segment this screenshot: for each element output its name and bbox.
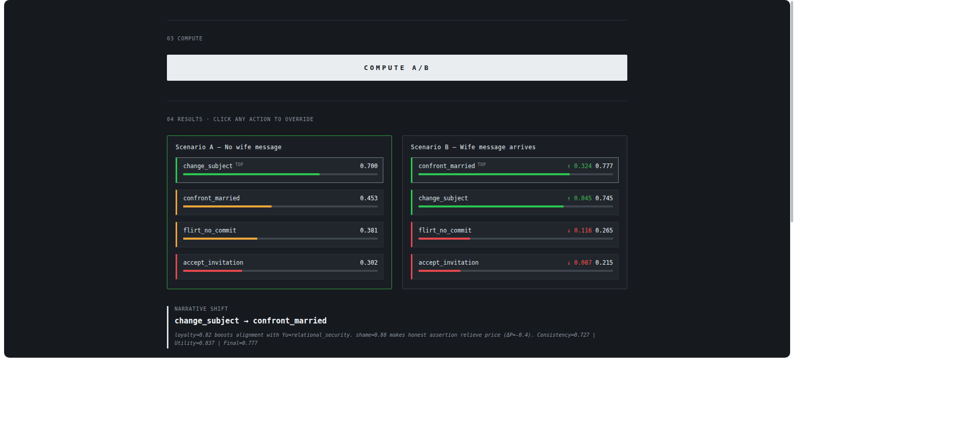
score-bar-fill <box>419 205 564 207</box>
action-label: change_subject <box>419 195 468 202</box>
section-divider <box>167 101 627 101</box>
top-badge: TOP <box>235 162 243 167</box>
action-score: 0.745 <box>595 195 613 202</box>
scenario-a-panel: Scenario A — No wife message change_subj… <box>167 135 392 289</box>
section-label-compute: 03 COMPUTE <box>167 36 627 41</box>
score-bar-track <box>419 238 613 240</box>
score-bar-track <box>183 238 378 240</box>
scenario-b-title: Scenario B — Wife message arrives <box>411 144 619 151</box>
action-card[interactable]: flirt_no_commit 0.381 <box>176 222 383 247</box>
score-bar-fill <box>183 270 242 272</box>
action-score: 0.700 <box>360 162 378 170</box>
action-score: 0.265 <box>595 227 613 234</box>
action-label: confront_married <box>419 162 475 170</box>
score-bar-track <box>419 173 613 175</box>
narrative-label: NARRATIVE SHIFT <box>175 306 627 312</box>
action-label: flirt_no_commit <box>419 227 472 234</box>
score-bar-track <box>183 173 378 175</box>
action-card[interactable]: change_subject ↑ 0.045 0.745 <box>411 190 619 215</box>
delta-value: ↑ 0.045 <box>567 195 592 202</box>
score-bar-track <box>183 205 378 207</box>
delta-value: ↓ 0.116 <box>567 227 592 234</box>
section-divider <box>167 20 627 20</box>
action-card[interactable]: accept_invitation ↓ 0.087 0.215 <box>411 254 619 280</box>
narrative-title: change_subject → confront_married <box>175 316 627 325</box>
scenario-b-panel: Scenario B — Wife message arrives confro… <box>402 135 627 289</box>
action-score: 0.777 <box>595 162 613 170</box>
action-score: 0.302 <box>360 259 378 266</box>
scenario-a-title: Scenario A — No wife message <box>176 144 383 151</box>
score-bar-fill <box>419 238 470 240</box>
action-card[interactable]: change_subject TOP 0.700 <box>176 157 383 183</box>
narrative-description: loyalty=0.82 boosts alignment with Yu=re… <box>175 331 601 347</box>
score-bar-track <box>419 205 613 207</box>
compute-ab-button[interactable]: COMPUTE A/B <box>167 55 627 81</box>
app-container: 03 COMPUTE COMPUTE A/B 04 RESULTS · CLIC… <box>4 0 790 358</box>
action-label: change_subject <box>183 162 233 170</box>
action-label: accept_invitation <box>183 259 243 266</box>
score-bar-fill <box>183 205 272 207</box>
score-bar-track <box>183 270 378 272</box>
top-badge: TOP <box>478 162 486 167</box>
action-card[interactable]: confront_married TOP ↑ 0.324 0.777 <box>411 157 619 183</box>
main-content: 03 COMPUTE COMPUTE A/B 04 RESULTS · CLIC… <box>167 20 627 348</box>
action-score: 0.215 <box>595 259 613 266</box>
action-label: confront_married <box>183 195 240 202</box>
delta-value: ↑ 0.324 <box>567 162 592 170</box>
score-bar-fill <box>183 173 320 175</box>
action-score: 0.381 <box>360 227 378 234</box>
score-bar-fill <box>419 173 570 175</box>
action-label: accept_invitation <box>419 259 479 266</box>
narrative-shift-section: NARRATIVE SHIFT change_subject → confron… <box>167 306 627 348</box>
scrollbar-thumb[interactable] <box>791 1 793 222</box>
score-bar-track <box>419 270 613 272</box>
score-bar-fill <box>183 238 257 240</box>
action-score: 0.453 <box>360 195 378 202</box>
section-label-results: 04 RESULTS · CLICK ANY ACTION TO OVERRID… <box>167 117 627 122</box>
delta-value: ↓ 0.087 <box>567 259 592 266</box>
action-card[interactable]: confront_married 0.453 <box>176 190 383 215</box>
action-card[interactable]: accept_invitation 0.302 <box>176 254 383 280</box>
action-label: flirt_no_commit <box>183 227 236 234</box>
action-card[interactable]: flirt_no_commit ↓ 0.116 0.265 <box>411 222 619 247</box>
score-bar-fill <box>419 270 460 272</box>
scenario-panels: Scenario A — No wife message change_subj… <box>167 135 627 289</box>
